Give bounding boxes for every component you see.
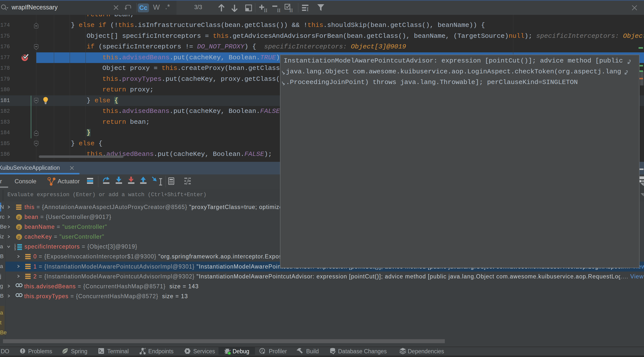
svg-text:II: II <box>277 8 280 12</box>
svg-text:p: p <box>18 224 20 230</box>
svg-text:I: I <box>307 6 309 12</box>
svg-text:3: 3 <box>14 248 16 250</box>
svg-text:p: p <box>18 234 20 240</box>
svg-text:II: II <box>264 8 268 12</box>
svg-text:p: p <box>18 215 20 220</box>
svg-text:II: II <box>290 8 293 12</box>
